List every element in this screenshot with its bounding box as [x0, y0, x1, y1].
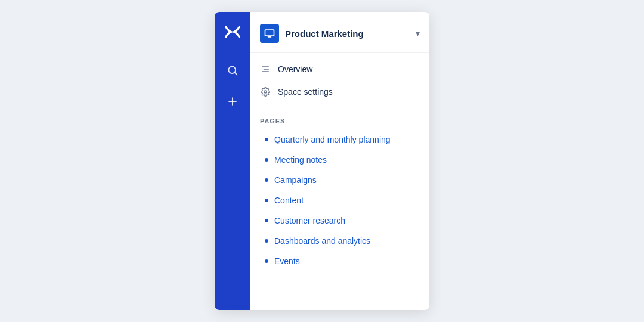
svg-rect-7: [268, 36, 272, 38]
space-settings-menu-item[interactable]: Space settings: [250, 80, 429, 103]
page-bullet-icon: [265, 158, 268, 162]
overview-menu-item[interactable]: Overview: [250, 58, 429, 80]
svg-point-11: [264, 91, 267, 93]
confluence-logo[interactable]: [222, 21, 243, 43]
page-list-item[interactable]: Dashboards and analytics: [260, 231, 420, 251]
page-bullet-icon: [265, 138, 268, 141]
page-list-item[interactable]: Meeting notes: [260, 150, 420, 170]
page-list-item[interactable]: Content: [260, 190, 420, 210]
svg-line-2: [235, 73, 237, 75]
app-container: Product Marketing ▾ Overview: [215, 12, 429, 310]
settings-label: Space settings: [278, 87, 333, 97]
page-list-item[interactable]: Quarterly and monthly planning: [260, 129, 420, 150]
page-label: Quarterly and monthly planning: [274, 135, 391, 144]
space-chevron-icon: ▾: [416, 29, 420, 38]
svg-rect-6: [265, 30, 273, 35]
overview-label: Overview: [278, 64, 312, 74]
space-header[interactable]: Product Marketing ▾: [250, 12, 429, 53]
page-bullet-icon: [265, 259, 268, 263]
page-label: Campaigns: [274, 175, 317, 185]
pages-heading: PAGES: [260, 117, 420, 125]
space-name: Product Marketing: [285, 29, 410, 39]
page-bullet-icon: [265, 239, 268, 243]
pages-section: PAGES Quarterly and monthly planningMeet…: [250, 108, 429, 276]
pages-list: Quarterly and monthly planningMeeting no…: [260, 129, 420, 271]
overview-icon: [260, 64, 271, 75]
settings-icon: [260, 86, 271, 97]
page-bullet-icon: [265, 178, 268, 182]
search-nav-icon[interactable]: [224, 62, 241, 79]
page-label: Content: [274, 196, 304, 205]
page-bullet-icon: [265, 219, 268, 222]
page-label: Events: [274, 256, 300, 266]
page-list-item[interactable]: Events: [260, 251, 420, 271]
menu-section: Overview Space settings: [250, 53, 429, 108]
page-list-item[interactable]: Campaigns: [260, 170, 420, 190]
page-bullet-icon: [265, 199, 268, 202]
page-label: Dashboards and analytics: [274, 236, 370, 246]
content-panel: Product Marketing ▾ Overview: [250, 12, 429, 310]
page-label: Meeting notes: [274, 155, 327, 165]
page-label: Customer research: [274, 216, 345, 225]
nav-sidebar: [215, 12, 250, 310]
page-list-item[interactable]: Customer research: [260, 210, 420, 231]
add-nav-icon[interactable]: [224, 93, 241, 110]
space-icon: [260, 24, 279, 43]
